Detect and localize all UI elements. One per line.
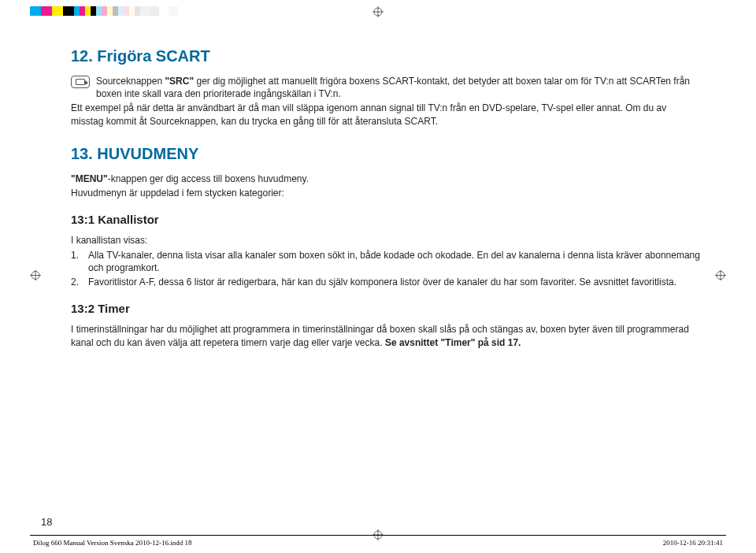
heading-13-1: 13:1 Kanallistor — [71, 212, 701, 228]
print-color-bar — [30, 6, 178, 16]
page-number: 18 — [41, 516, 52, 528]
footer-timestamp: 2010-12-16 20:31:41 — [663, 539, 723, 547]
registration-mark-left — [30, 270, 41, 284]
list-item-text: Alla TV-kanaler, denna lista visar alla … — [88, 249, 701, 274]
kanallistor-list: 1.Alla TV-kanaler, denna lista visar all… — [71, 249, 701, 289]
intro-text-src: "SRC" — [165, 76, 194, 87]
heading-13: 13. HUVUDMENY — [71, 143, 701, 165]
heading-13-2: 13:2 Timer — [71, 301, 701, 317]
list-item: 2.Favoritlistor A-F, dessa 6 listor är r… — [71, 276, 701, 288]
page-content: 12. Frigöra SCART Sourceknappen "SRC" ge… — [71, 46, 701, 351]
section-13-line2: Huvudmenyn är uppdelad i fem stycken kat… — [71, 187, 701, 199]
section-12-intro: Sourceknappen "SRC" ger dig möjlighet at… — [71, 75, 701, 100]
section-13-line1: "MENU"-knappen ger dig access till boxen… — [71, 173, 701, 185]
kanallistor-intro: I kanallistan visas: — [71, 234, 701, 247]
registration-mark-right — [715, 270, 726, 284]
intro-text-pre: Sourceknappen — [96, 76, 165, 87]
timer-bold: Se avsnittet "Timer" på sid 17. — [385, 337, 521, 348]
src-button-icon — [71, 76, 90, 88]
footer-filename: Dilog 660 Manual Version Svenska 2010-12… — [33, 539, 192, 547]
heading-12: 12. Frigöra SCART — [71, 46, 701, 67]
list-item: 1.Alla TV-kanaler, denna lista visar all… — [71, 249, 701, 274]
list-item-text: Favoritlistor A-F, dessa 6 listor är red… — [88, 276, 676, 288]
timer-text: I timerinställningar har du möjlighet at… — [71, 324, 689, 347]
section-12-body: Ett exempel på när detta är användbart ä… — [71, 102, 701, 127]
registration-mark-bottom — [372, 529, 384, 543]
menu-bold: "MENU" — [71, 173, 108, 184]
footer-divider — [30, 535, 726, 536]
registration-mark-top — [372, 6, 384, 20]
timer-body: I timerinställningar har du möjlighet at… — [71, 323, 701, 348]
menu-post: -knappen ger dig access till boxens huvu… — [108, 173, 309, 184]
